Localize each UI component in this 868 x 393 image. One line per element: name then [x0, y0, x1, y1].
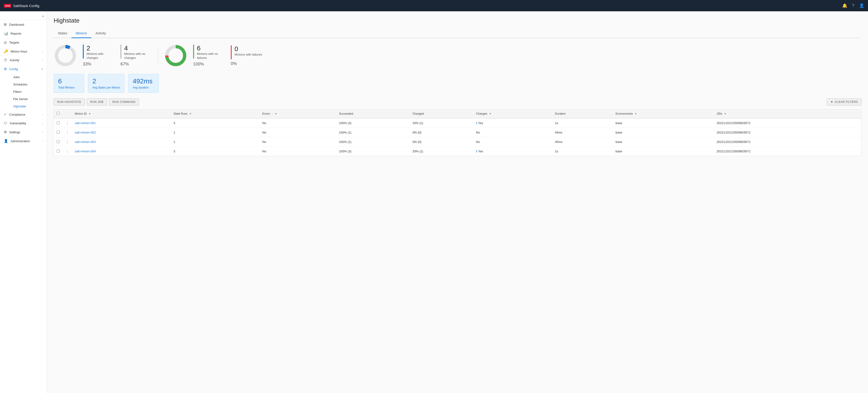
- errors-sort-icon[interactable]: ↓: [272, 112, 273, 115]
- minion-id-label: Minion ID: [75, 112, 87, 115]
- row-succeeded: 100% (1): [336, 137, 409, 147]
- row-checkbox[interactable]: [57, 140, 60, 143]
- header-changes[interactable]: Changes ▼: [473, 110, 552, 118]
- run-job-button[interactable]: RUN JOB: [87, 99, 107, 106]
- reports-icon: 📊: [4, 31, 8, 35]
- sidebar-item-minion-keys[interactable]: 🔑 Minion Keys ›: [0, 47, 47, 56]
- info-icon[interactable]: ℹ: [476, 121, 477, 125]
- metric-total-minions: 6 Total Minions: [54, 74, 84, 93]
- row-checkbox-cell[interactable]: [54, 147, 63, 156]
- row-checkbox-cell[interactable]: [54, 128, 63, 137]
- header-jids[interactable]: JIDs ▼: [714, 110, 861, 118]
- row-checkbox-cell[interactable]: [54, 137, 63, 147]
- header-select-all[interactable]: [54, 110, 63, 118]
- tab-states[interactable]: States: [54, 29, 71, 38]
- state-runs-filter-icon[interactable]: ▼: [189, 112, 192, 115]
- sidebar-item-schedules[interactable]: Schedules: [9, 81, 47, 88]
- metric-avg-states: 2 Avg States per Minion: [88, 74, 124, 93]
- table-row: ⋮ salt-minion-003 1 No 100% (1) 0% (0) N…: [54, 137, 861, 147]
- minion-id-link[interactable]: salt-minion-003: [75, 140, 96, 144]
- header-state-runs[interactable]: State Runs ▼: [170, 110, 259, 118]
- row-minion-id[interactable]: salt-minion-004: [72, 147, 170, 156]
- row-state-runs: 1: [170, 128, 259, 137]
- row-menu-cell[interactable]: ⋮: [63, 147, 72, 156]
- row-menu-icon[interactable]: ⋮: [65, 131, 69, 135]
- file-server-label: File Server: [13, 97, 28, 101]
- no-failures-stat: 6 Minions with no failures 100%: [193, 45, 225, 67]
- changes-filter-icon[interactable]: ▼: [489, 112, 492, 115]
- tab-minions[interactable]: Minions: [71, 29, 91, 38]
- failures-donut-chart: [164, 44, 187, 67]
- environments-label: Environments: [616, 112, 633, 115]
- sidebar-item-vulnerability[interactable]: 🛡 Vulnerability ›: [0, 119, 47, 128]
- header-minion-id[interactable]: Minion ID ▼: [72, 110, 170, 118]
- row-menu-cell[interactable]: ⋮: [63, 137, 72, 147]
- row-menu-icon[interactable]: ⋮: [65, 149, 69, 153]
- compliance-icon: ✓: [4, 112, 7, 117]
- select-all-checkbox[interactable]: [57, 112, 60, 115]
- row-changes: No: [473, 137, 552, 147]
- minion-id-filter-icon[interactable]: ▼: [88, 112, 91, 115]
- sidebar-collapse-button[interactable]: «: [42, 14, 44, 18]
- row-environments: base: [613, 147, 714, 156]
- schedules-label: Schedules: [13, 83, 28, 86]
- dashboard-icon: ⊞: [4, 22, 7, 27]
- environments-filter-icon[interactable]: ▼: [634, 112, 637, 115]
- row-menu-cell[interactable]: ⋮: [63, 128, 72, 137]
- run-command-button[interactable]: RUN COMMAND: [109, 99, 139, 106]
- row-succeeded: 100% (1): [336, 128, 409, 137]
- row-environments: base: [613, 118, 714, 128]
- sidebar-item-dashboard[interactable]: ⊞ Dashboard: [0, 20, 47, 29]
- metric-avg-duration: 492ms Avg duration: [128, 74, 159, 93]
- row-minion-id[interactable]: salt-minion-003: [72, 137, 170, 147]
- brand-area: vmw SaltStack Config: [4, 4, 39, 8]
- minions-table-wrapper: Minion ID ▼ State Runs ▼ Errors ↓ ▼: [54, 109, 861, 156]
- row-minion-id[interactable]: salt-minion-001: [72, 118, 170, 128]
- page-title: Highstate: [54, 17, 861, 24]
- failures-percent: 0%: [231, 61, 262, 66]
- header-environments[interactable]: Environments ▼: [613, 110, 714, 118]
- sidebar-item-compliance[interactable]: ✓ Compliance ›: [0, 110, 47, 119]
- sidebar-item-settings[interactable]: ⚙ Settings ›: [0, 128, 47, 137]
- minion-id-link[interactable]: salt-minion-002: [75, 131, 96, 134]
- row-menu-icon[interactable]: ⋮: [65, 121, 69, 125]
- jids-filter-icon[interactable]: ▼: [724, 112, 726, 115]
- sidebar-item-activity[interactable]: ⏱ Activity ›: [0, 56, 47, 64]
- header-changed: Changed: [409, 110, 473, 118]
- sidebar-item-administration[interactable]: 👤 Administration ›: [0, 137, 47, 145]
- row-checkbox[interactable]: [57, 121, 60, 124]
- row-jid: 20221102133509929571: [714, 128, 861, 137]
- errors-filter-icon[interactable]: ▼: [275, 112, 277, 115]
- user-icon[interactable]: 👤: [859, 3, 864, 8]
- sidebar-item-jobs[interactable]: Jobs: [9, 74, 47, 81]
- header-errors[interactable]: Errors ↓ ▼: [259, 110, 336, 118]
- minion-id-link[interactable]: salt-minion-004: [75, 149, 96, 153]
- sidebar-item-file-server[interactable]: File Server: [9, 95, 47, 103]
- row-changed: 0% (0): [409, 128, 473, 137]
- sidebar-item-reports[interactable]: 📊 Reports: [0, 29, 47, 38]
- avg-duration-label: Avg duration: [133, 86, 154, 89]
- sidebar-item-targets[interactable]: ◎ Targets: [0, 38, 47, 47]
- minion-id-link[interactable]: salt-minion-001: [75, 121, 96, 125]
- row-changes: ℹYes: [473, 147, 552, 156]
- changes-bar: [83, 45, 84, 59]
- info-icon[interactable]: ℹ: [476, 150, 477, 153]
- sidebar-item-highstate[interactable]: Highstate: [9, 103, 47, 110]
- row-menu-cell[interactable]: ⋮: [63, 118, 72, 128]
- top-navigation: vmw SaltStack Config 🔔 ? 👤: [0, 0, 868, 11]
- sidebar-item-pillars[interactable]: Pillars: [9, 88, 47, 95]
- notifications-icon[interactable]: 🔔: [842, 3, 847, 8]
- table-row: ⋮ salt-minion-001 3 No 100% (3) 33% (1) …: [54, 118, 861, 128]
- row-checkbox[interactable]: [57, 149, 60, 152]
- row-checkbox[interactable]: [57, 131, 60, 134]
- sidebar-item-label: Vulnerability: [10, 121, 26, 125]
- row-minion-id[interactable]: salt-minion-002: [72, 128, 170, 137]
- sidebar-item-config[interactable]: ⚙ Config ∨: [0, 64, 47, 74]
- row-menu-icon[interactable]: ⋮: [65, 140, 69, 144]
- run-highstate-button[interactable]: RUN HIGHSTATE: [54, 99, 85, 106]
- clear-filters-button[interactable]: ▼ CLEAR FILTERS: [827, 99, 861, 106]
- tab-activity[interactable]: Activity: [91, 29, 110, 38]
- state-runs-label: State Runs: [174, 112, 187, 115]
- help-icon[interactable]: ?: [852, 3, 855, 8]
- row-checkbox-cell[interactable]: [54, 118, 63, 128]
